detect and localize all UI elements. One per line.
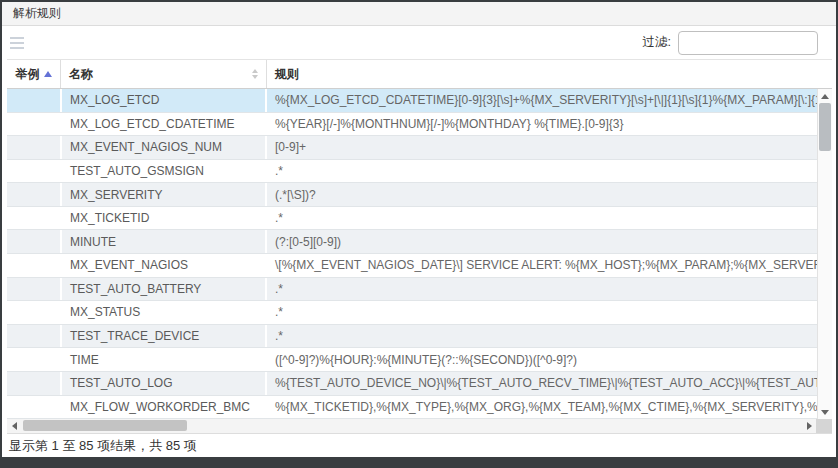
scroll-left-button[interactable]	[7, 419, 21, 433]
table-row[interactable]: MX_TICKETID .*	[7, 207, 817, 231]
table-row[interactable]: MX_EVENT_NAGIOS \[%{MX_EVENT_NAGIOS_DATE…	[7, 254, 817, 278]
cell-rule[interactable]: \[%{MX_EVENT_NAGIOS_DATE}\] SERVICE ALER…	[265, 254, 817, 277]
cell-name[interactable]: MX_FLOW_WORKORDER_BMC	[60, 396, 265, 419]
vertical-scrollbar[interactable]	[817, 89, 832, 419]
table-row[interactable]: TEST_TRACE_DEVICE .*	[7, 325, 817, 349]
cell-example[interactable]	[7, 113, 60, 136]
scrollbar-corner	[816, 419, 832, 433]
cell-rule[interactable]: %{MX_TICKETID},%{MX_TYPE},%{MX_ORG},%{MX…	[265, 396, 817, 419]
arrow-up-icon	[821, 94, 829, 99]
column-header-rule[interactable]: 规则	[266, 60, 832, 88]
cell-rule[interactable]: (.*[\S])?	[265, 183, 817, 206]
cell-example[interactable]	[7, 301, 60, 324]
sort-both-icon	[252, 69, 258, 79]
cell-name[interactable]: TEST_AUTO_LOG	[60, 372, 265, 395]
cell-example[interactable]	[7, 230, 60, 253]
cell-rule[interactable]: .*	[265, 160, 817, 183]
cell-name[interactable]: MINUTE	[60, 230, 265, 253]
table-row[interactable]: TEST_AUTO_BATTERY .*	[7, 278, 817, 302]
table-row[interactable]: TEST_AUTO_GSMSIGN .*	[7, 160, 817, 184]
scroll-down-button[interactable]	[818, 405, 832, 419]
cell-name[interactable]: TEST_AUTO_BATTERY	[60, 278, 265, 301]
rules-table: 举例 名称 规则 MX_LOG_ETCD %{MX_LOG_ETCD_CDATE…	[7, 59, 832, 434]
cell-name[interactable]: MX_LOG_ETCD_CDATETIME	[60, 113, 265, 136]
cell-example[interactable]	[7, 278, 60, 301]
cell-name[interactable]: MX_EVENT_NAGIOS_NUM	[60, 136, 265, 159]
cell-name[interactable]: MX_LOG_ETCD	[60, 89, 265, 112]
cell-rule[interactable]: %{TEST_AUTO_DEVICE_NO}\|%{TEST_AUTO_RECV…	[265, 372, 817, 395]
panel-titlebar: 解析规则	[2, 2, 836, 26]
cell-rule[interactable]: .*	[265, 207, 817, 230]
cell-name[interactable]: TIME	[60, 348, 265, 371]
column-header-example[interactable]: 举例	[7, 60, 60, 88]
cell-example[interactable]	[7, 183, 60, 206]
toolbar: 过滤:	[2, 26, 836, 59]
cell-example[interactable]	[7, 136, 60, 159]
cell-name[interactable]: TEST_TRACE_DEVICE	[60, 325, 265, 348]
horizontal-scrollbar[interactable]	[7, 419, 832, 433]
window-frame: 解析规则 过滤: 举例 名称 规则	[0, 0, 838, 468]
cell-example[interactable]	[7, 207, 60, 230]
results-info: 显示第 1 至 85 项结果，共 85 项	[9, 437, 197, 455]
table-row[interactable]: MX_FLOW_WORKORDER_BMC %{MX_TICKETID},%{M…	[7, 396, 817, 419]
cell-example[interactable]	[7, 372, 60, 395]
table-row[interactable]: MX_LOG_ETCD_CDATETIME %{YEAR}[/-]%{MONTH…	[7, 113, 817, 137]
cell-rule[interactable]: (?:[0-5][0-9])	[265, 230, 817, 253]
vertical-scroll-track[interactable]	[818, 103, 832, 405]
arrow-left-icon	[12, 422, 17, 430]
cell-example[interactable]	[7, 325, 60, 348]
horizontal-scroll-thumb[interactable]	[23, 420, 187, 431]
vertical-scroll-thumb[interactable]	[819, 103, 831, 151]
panel-title: 解析规则	[13, 5, 61, 22]
cell-rule[interactable]: ([^0-9]?)%{HOUR}:%{MINUTE}(?::%{SECOND})…	[265, 348, 817, 371]
filter-label: 过滤:	[643, 34, 671, 51]
table-row[interactable]: TIME ([^0-9]?)%{HOUR}:%{MINUTE}(?::%{SEC…	[7, 348, 817, 372]
cell-name[interactable]: MX_STATUS	[60, 301, 265, 324]
cell-name[interactable]: TEST_AUTO_GSMSIGN	[60, 160, 265, 183]
column-header-name[interactable]: 名称	[60, 60, 266, 88]
sort-asc-icon	[44, 71, 52, 77]
cell-example[interactable]	[7, 89, 60, 112]
scroll-right-button[interactable]	[802, 419, 816, 433]
cell-rule[interactable]: %{YEAR}[/-]%{MONTHNUM}[/-]%{MONTHDAY} %{…	[265, 113, 817, 136]
table-row[interactable]: MX_STATUS .*	[7, 301, 817, 325]
cell-rule[interactable]: %{MX_LOG_ETCD_CDATETIME}[0-9]{3}[\s]+%{M…	[265, 89, 817, 112]
filter-input[interactable]	[678, 31, 818, 55]
table-body-wrap: MX_LOG_ETCD %{MX_LOG_ETCD_CDATETIME}[0-9…	[7, 89, 832, 419]
table-row[interactable]: TEST_AUTO_LOG %{TEST_AUTO_DEVICE_NO}\|%{…	[7, 372, 817, 396]
cell-rule[interactable]: [0-9]+	[265, 136, 817, 159]
horizontal-scroll-track[interactable]	[21, 419, 802, 433]
cell-name[interactable]: MX_EVENT_NAGIOS	[60, 254, 265, 277]
table-header: 举例 名称 规则	[7, 60, 832, 89]
cell-example[interactable]	[7, 254, 60, 277]
menu-icon[interactable]	[10, 37, 24, 49]
cell-name[interactable]: MX_SERVERITY	[60, 183, 265, 206]
column-label: 举例	[16, 66, 40, 83]
scroll-up-button[interactable]	[818, 89, 832, 103]
column-label: 规则	[275, 66, 299, 83]
cell-example[interactable]	[7, 160, 60, 183]
parse-rules-panel: 解析规则 过滤: 举例 名称 规则	[2, 2, 836, 457]
cell-rule[interactable]: .*	[265, 301, 817, 324]
column-label: 名称	[69, 66, 93, 83]
cell-name[interactable]: MX_TICKETID	[60, 207, 265, 230]
cell-example[interactable]	[7, 348, 60, 371]
cell-rule[interactable]: .*	[265, 325, 817, 348]
table-row[interactable]: MX_EVENT_NAGIOS_NUM [0-9]+	[7, 136, 817, 160]
arrow-right-icon	[807, 422, 812, 430]
filter-box: 过滤:	[643, 31, 818, 55]
table-row[interactable]: MX_LOG_ETCD %{MX_LOG_ETCD_CDATETIME}[0-9…	[7, 89, 817, 113]
cell-example[interactable]	[7, 396, 60, 419]
table-row[interactable]: MINUTE (?:[0-5][0-9])	[7, 230, 817, 254]
arrow-down-icon	[821, 410, 829, 415]
table-row[interactable]: MX_SERVERITY (.*[\S])?	[7, 183, 817, 207]
table-body: MX_LOG_ETCD %{MX_LOG_ETCD_CDATETIME}[0-9…	[7, 89, 817, 419]
table-info-bar: 显示第 1 至 85 项结果，共 85 项	[2, 434, 836, 457]
cell-rule[interactable]: .*	[265, 278, 817, 301]
